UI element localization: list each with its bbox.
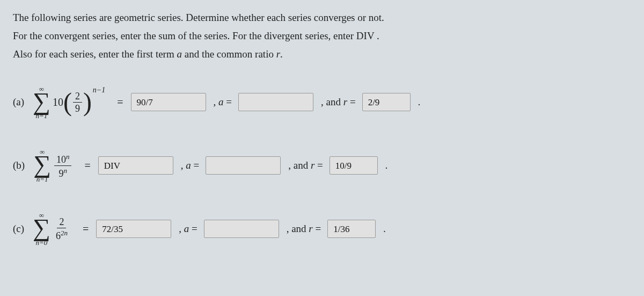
sigma-expression: ∞ ∑ n=1 10 ( 2 9 ) n−1 <box>31 85 105 120</box>
instructions-block: The following series are geometric serie… <box>13 9 631 64</box>
sigma-expression: ∞ ∑ n=1 10n 9n <box>31 148 72 183</box>
problem-row-c: (c) ∞ ∑ n=0 2 62n = 72/35 , a = , and r … <box>13 212 631 246</box>
a-input[interactable] <box>206 156 281 175</box>
instruction-line-3: Also for each series, enter the first te… <box>13 45 631 63</box>
sum-input[interactable]: 72/35 <box>96 220 171 238</box>
series-term: 2 62n <box>53 217 71 241</box>
problem-label: (c) <box>13 223 24 235</box>
a-label: , a = <box>181 160 199 171</box>
a-input[interactable] <box>238 93 313 111</box>
r-label: , and r = <box>321 96 356 108</box>
series-term: 10n 9n <box>53 153 73 178</box>
a-label: , a = <box>179 223 197 235</box>
instruction-line-2: For the convergent series, enter the sum… <box>13 27 631 45</box>
sigma-expression: ∞ ∑ n=0 2 62n <box>31 212 71 246</box>
r-input[interactable]: 2/9 <box>362 93 411 111</box>
sigma-symbol: ∞ ∑ n=0 <box>33 212 50 246</box>
problem-row-b: (b) ∞ ∑ n=1 10n 9n = DIV , a = , and r =… <box>13 148 631 183</box>
series-term: 10 ( 2 9 ) n−1 <box>53 89 105 115</box>
r-input[interactable]: 1/36 <box>327 220 376 238</box>
instruction-line-1: The following series are geometric serie… <box>13 9 631 27</box>
r-label: , and r = <box>288 160 323 171</box>
a-label: , a = <box>214 96 232 108</box>
r-label: , and r = <box>287 223 321 235</box>
problem-row-a: (a) ∞ ∑ n=1 10 ( 2 9 ) n−1 = 90/7 , a = … <box>13 85 631 120</box>
problem-label: (b) <box>13 160 25 171</box>
a-input[interactable] <box>204 220 279 238</box>
r-input[interactable]: 10/9 <box>330 156 378 175</box>
sigma-symbol: ∞ ∑ n=1 <box>33 85 50 120</box>
problem-label: (a) <box>13 96 24 108</box>
sum-input[interactable]: DIV <box>98 156 173 175</box>
sum-input[interactable]: 90/7 <box>131 93 206 111</box>
sigma-symbol: ∞ ∑ n=1 <box>33 148 51 183</box>
